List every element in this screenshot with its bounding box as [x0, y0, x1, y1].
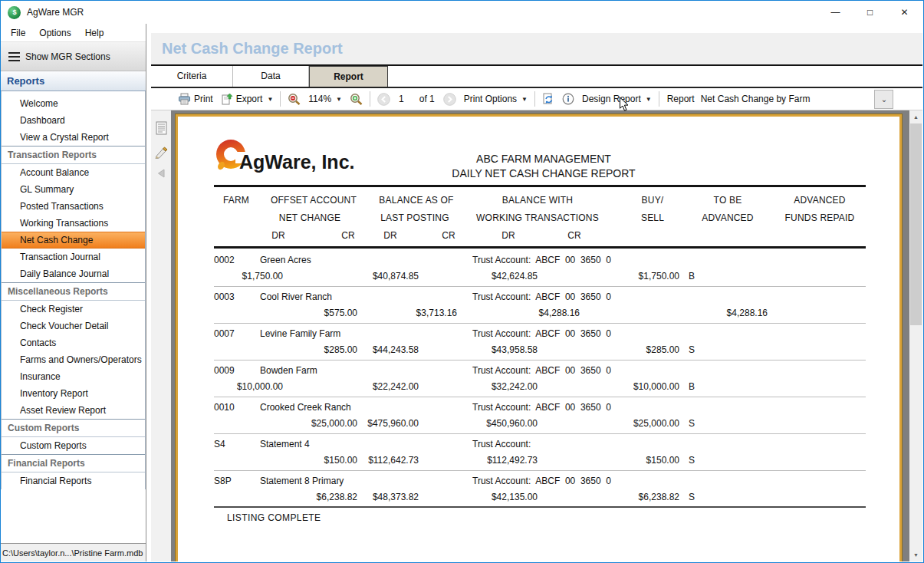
print-button[interactable]: Print: [174, 91, 217, 107]
show-mgr-sections-label: Show MGR Sections: [25, 51, 110, 62]
scroll-up-icon[interactable]: ▲: [909, 110, 922, 123]
main-panel: Net Cash Change Report CriteriaDataRepor…: [151, 24, 922, 561]
title-bar: $ AgWare MGR — □ ✕: [1, 1, 923, 24]
window-title: AgWare MGR: [27, 7, 818, 18]
left-panel: FileOptionsHelp Show MGR Sections Report…: [1, 24, 146, 561]
sidebar-item-financial-reports[interactable]: Financial Reports: [2, 472, 145, 489]
vertical-scrollbar[interactable]: ▲ ▼: [909, 110, 922, 561]
print-options-dropdown[interactable]: Print Options▼: [460, 91, 531, 107]
sidebar-item-check-voucher-detail[interactable]: Check Voucher Detail: [2, 318, 145, 334]
sidebar-item-inventory-report[interactable]: Inventory Report: [2, 385, 145, 402]
farm-name: Levine Family Farm: [260, 328, 340, 339]
chevron-down-icon: ⌄: [881, 95, 887, 104]
report-title-line2: DAILY NET CASH CHANGE REPORT: [367, 166, 720, 181]
column-header-rule: [214, 246, 866, 249]
col-advanced: ADVANCED: [774, 195, 866, 206]
app-window: $ AgWare MGR — □ ✕ FileOptionsHelp Show …: [0, 0, 924, 563]
sidebar-item-farms-and-owners-operators[interactable]: Farms and Owners/Operators: [2, 351, 145, 368]
zoom-out-button[interactable]: [284, 91, 304, 107]
menu-item-help[interactable]: Help: [78, 25, 111, 41]
sidebar-item-asset-review-report[interactable]: Asset Review Report: [2, 402, 145, 419]
tab-data[interactable]: Data: [233, 66, 309, 87]
show-mgr-sections-button[interactable]: Show MGR Sections: [1, 41, 146, 71]
sidebar-item-net-cash-change[interactable]: Net Cash Change: [2, 232, 145, 249]
page-count-label: of 1: [419, 94, 435, 104]
table-row: 0009Bowden FarmTrust Account: ABCF 00 36…: [178, 361, 899, 397]
report-selector-label: Report: [667, 94, 695, 104]
maximize-button[interactable]: □: [853, 2, 887, 24]
trust-account: Trust Account: ABCF 00 3650 0: [472, 291, 611, 302]
tab-criteria[interactable]: Criteria: [151, 66, 233, 87]
menu-item-file[interactable]: File: [4, 25, 32, 41]
close-button[interactable]: ✕: [887, 2, 922, 24]
buy-sell-amount: $150.00: [178, 455, 679, 466]
trust-account: Trust Account: ABCF 00 3650 0: [472, 476, 611, 486]
col-net-change: NET CHANGE: [248, 212, 371, 223]
sidebar-item-account-balance[interactable]: Account Balance: [2, 164, 145, 181]
company-name: AgWare, Inc.: [239, 151, 355, 173]
export-icon: [221, 93, 233, 105]
chevron-down-icon: ▼: [646, 96, 652, 103]
sidebar-item-view-a-crystal-report[interactable]: View a Crystal Report: [2, 129, 145, 146]
current-page-field[interactable]: 1: [399, 94, 404, 104]
zoom-level-dropdown[interactable]: 114%▼: [304, 91, 346, 107]
report-titles: ABC FARM MANAGEMENT DAILY NET CASH CHANG…: [367, 152, 720, 181]
menu-item-options[interactable]: Options: [32, 25, 77, 41]
table-row: 0003Cool River RanchTrust Account: ABCF …: [178, 287, 899, 324]
farm-name: Cool River Ranch: [260, 291, 332, 302]
refresh-page-icon: [542, 93, 554, 105]
report-combo-dropdown-button[interactable]: ⌄: [874, 90, 893, 109]
export-button[interactable]: Export▼: [217, 91, 278, 107]
sidebar-item-insurance[interactable]: Insurance: [2, 368, 145, 385]
annotate-pencil-icon[interactable]: [154, 145, 169, 159]
sidebar-item-welcome[interactable]: Welcome: [2, 95, 145, 112]
sidebar-item-dashboard[interactable]: Dashboard: [2, 112, 145, 129]
app-icon: $: [8, 6, 21, 19]
row-divider: [214, 506, 866, 508]
farm-id: S8P: [214, 476, 232, 486]
col-funds-repaid: FUNDS REPAID: [774, 212, 866, 223]
header-rule: [214, 185, 866, 187]
farm-id: 0003: [214, 291, 235, 302]
sidebar-item-posted-transactions[interactable]: Posted Transactions: [2, 198, 145, 215]
sidebar-item-check-register[interactable]: Check Register: [2, 301, 145, 318]
buy-sell-amount: $10,000.00: [178, 381, 679, 392]
hamburger-icon: [8, 50, 20, 64]
nav-section-miscellaneous-reports: Miscellaneous Reports: [2, 282, 145, 301]
refresh-report-button[interactable]: [538, 91, 558, 107]
buy-sell-amount: $285.00: [178, 344, 679, 355]
trust-account: Trust Account: ABCF 00 3650 0: [472, 328, 611, 339]
farm-id: 0002: [214, 255, 235, 265]
design-report-dropdown[interactable]: Design Report▼: [578, 91, 656, 107]
menu-bar: FileOptionsHelp: [1, 24, 146, 41]
previous-page-button[interactable]: [373, 91, 394, 108]
sidebar-item-gl-summary[interactable]: GL Summary: [2, 181, 145, 198]
zoom-in-button[interactable]: [346, 91, 367, 107]
sidebar-item-contacts[interactable]: Contacts: [2, 334, 145, 351]
buy-sell-flag: S: [689, 344, 707, 355]
next-page-button[interactable]: [439, 91, 460, 108]
minimize-button[interactable]: —: [818, 2, 853, 24]
buy-sell-amount: $25,000.00: [178, 418, 679, 429]
scrollbar-thumb[interactable]: [910, 123, 922, 325]
sidebar-item-working-transactions[interactable]: Working Transactions: [2, 215, 145, 232]
scroll-down-icon[interactable]: ▼: [909, 548, 922, 561]
sidebar-item-transaction-journal[interactable]: Transaction Journal: [2, 249, 145, 265]
to-be-advanced: $4,288.16: [178, 308, 768, 318]
arrow-right-icon: [443, 93, 456, 106]
collapse-panel-icon[interactable]: [157, 169, 165, 178]
report-rows: 0002Green AcresTrust Account: ABCF 00 36…: [178, 250, 899, 508]
trust-account: Trust Account:: [472, 439, 531, 449]
sidebar-item-custom-reports[interactable]: Custom Reports: [2, 437, 145, 454]
farm-name: Statement 4: [260, 439, 310, 449]
chevron-down-icon: ▼: [267, 96, 273, 103]
report-info-button[interactable]: [558, 91, 578, 107]
farm-id: 0009: [214, 365, 235, 376]
sidebar-item-daily-balance-journal[interactable]: Daily Balance Journal: [2, 265, 145, 282]
document-map-icon[interactable]: [156, 121, 167, 135]
nav-section-transaction-reports: Transaction Reports: [2, 146, 145, 164]
page-title: Net Cash Change Report: [151, 33, 922, 66]
tab-report[interactable]: Report: [309, 66, 388, 87]
buy-sell-flag: S: [689, 455, 707, 466]
buy-sell-flag: S: [689, 418, 707, 429]
